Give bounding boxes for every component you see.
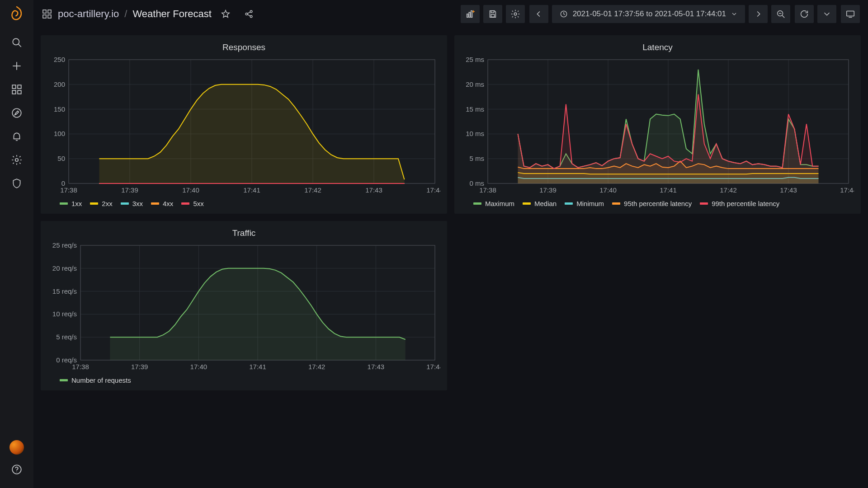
- legend-responses: 1xx2xx3xx4xx5xx: [47, 196, 441, 207]
- legend-label: Maximum: [485, 200, 514, 207]
- explore-icon[interactable]: [10, 107, 23, 119]
- page-title[interactable]: Weather Forecast: [132, 8, 211, 20]
- breadcrumb: poc-artillery.io / Weather Forecast: [42, 8, 212, 20]
- legend-item[interactable]: 5xx: [181, 200, 203, 207]
- svg-rect-25: [469, 12, 470, 17]
- panel-traffic[interactable]: Traffic 0 req/s5 req/s10 req/s15 req/s20…: [41, 221, 447, 390]
- svg-text:150: 150: [54, 105, 65, 113]
- panel-title: Traffic: [47, 225, 441, 242]
- chart-traffic[interactable]: 0 req/s5 req/s10 req/s15 req/s20 req/s25…: [47, 242, 440, 373]
- legend-swatch: [90, 202, 98, 205]
- legend-item[interactable]: Minimum: [565, 200, 604, 207]
- legend-swatch: [151, 202, 159, 205]
- svg-text:25 req/s: 25 req/s: [52, 242, 77, 249]
- panel-responses[interactable]: Responses 05010015020025017:3817:3917:40…: [41, 35, 447, 214]
- breadcrumb-folder[interactable]: poc-artillery.io: [58, 8, 119, 20]
- svg-text:17:41: 17:41: [249, 363, 266, 371]
- star-button[interactable]: [216, 5, 235, 23]
- svg-text:20 req/s: 20 req/s: [52, 264, 77, 272]
- svg-point-11: [15, 159, 19, 162]
- legend-item[interactable]: 95th percentile latency: [612, 200, 692, 207]
- svg-text:17:42: 17:42: [304, 186, 321, 194]
- legend-swatch: [121, 202, 129, 205]
- svg-text:20 ms: 20 ms: [466, 80, 484, 88]
- refresh-button[interactable]: [795, 5, 814, 23]
- dashboards-icon[interactable]: [42, 9, 52, 19]
- share-button[interactable]: [240, 5, 259, 23]
- svg-point-0: [13, 38, 19, 45]
- plus-icon[interactable]: [10, 60, 23, 72]
- legend-item[interactable]: Number of requests: [60, 376, 131, 384]
- zoom-out-button[interactable]: [771, 5, 790, 23]
- svg-rect-36: [847, 11, 854, 16]
- alerting-icon[interactable]: [10, 130, 23, 143]
- breadcrumb-separator: /: [124, 8, 127, 20]
- svg-rect-29: [491, 11, 494, 13]
- svg-text:250: 250: [54, 56, 65, 63]
- panel-title: Responses: [47, 40, 441, 56]
- time-forward-button[interactable]: [749, 5, 768, 23]
- svg-text:17:40: 17:40: [182, 186, 199, 194]
- svg-text:17:43: 17:43: [368, 363, 385, 371]
- gear-icon[interactable]: [10, 154, 23, 166]
- svg-rect-4: [12, 85, 16, 89]
- legend-label: 1xx: [71, 200, 82, 207]
- svg-text:17:44: 17:44: [426, 186, 440, 194]
- svg-text:17:39: 17:39: [131, 363, 148, 371]
- svg-line-23: [247, 14, 250, 16]
- svg-rect-26: [471, 11, 472, 18]
- time-range-label: 2021-05-01 17:37:56 to 2021-05-01 17:44:…: [573, 9, 726, 19]
- svg-marker-9: [15, 111, 19, 115]
- search-icon[interactable]: [10, 36, 23, 49]
- panel-latency[interactable]: Latency 0 ms5 ms10 ms15 ms20 ms25 ms17:3…: [454, 35, 861, 214]
- dashboard-grid: Responses 05010015020025017:3817:3917:40…: [33, 28, 868, 488]
- svg-text:10 req/s: 10 req/s: [52, 310, 77, 318]
- svg-text:17:44: 17:44: [426, 363, 440, 371]
- legend-swatch: [612, 202, 620, 205]
- user-avatar[interactable]: [9, 440, 24, 455]
- settings-button[interactable]: [506, 5, 525, 23]
- svg-text:15 ms: 15 ms: [466, 105, 484, 113]
- legend-item[interactable]: 4xx: [151, 200, 173, 207]
- chart-responses[interactable]: 05010015020025017:3817:3917:4017:4117:42…: [47, 56, 440, 196]
- svg-text:50: 50: [57, 155, 65, 162]
- add-panel-button[interactable]: [461, 5, 480, 23]
- svg-rect-16: [43, 15, 46, 18]
- dashboards-icon[interactable]: [10, 83, 23, 96]
- legend-swatch: [60, 202, 68, 205]
- chart-latency[interactable]: 0 ms5 ms10 ms15 ms20 ms25 ms17:3817:3917…: [461, 56, 854, 196]
- refresh-interval-button[interactable]: [817, 5, 836, 23]
- save-button[interactable]: [483, 5, 502, 23]
- legend-item[interactable]: 1xx: [60, 200, 82, 207]
- shield-icon[interactable]: [10, 177, 23, 190]
- svg-rect-15: [48, 10, 51, 13]
- legend-label: 4xx: [163, 200, 173, 207]
- svg-line-1: [19, 44, 21, 47]
- svg-rect-17: [48, 15, 51, 18]
- legend-item[interactable]: 99th percentile latency: [700, 200, 779, 207]
- legend-item[interactable]: Median: [523, 200, 557, 207]
- legend-swatch: [181, 202, 189, 205]
- tv-mode-button[interactable]: [841, 5, 860, 23]
- svg-text:17:39: 17:39: [121, 186, 138, 194]
- time-range-picker[interactable]: 2021-05-01 17:37:56 to 2021-05-01 17:44:…: [552, 5, 745, 23]
- svg-marker-18: [222, 10, 230, 18]
- svg-text:17:44: 17:44: [840, 186, 854, 194]
- panel-title: Latency: [461, 40, 854, 56]
- svg-line-22: [247, 12, 250, 14]
- svg-point-13: [16, 472, 17, 473]
- legend-item[interactable]: 3xx: [121, 200, 143, 207]
- legend-item[interactable]: 2xx: [90, 200, 112, 207]
- svg-text:17:38: 17:38: [60, 186, 77, 194]
- legend-item[interactable]: Maximum: [473, 200, 514, 207]
- time-back-button[interactable]: [529, 5, 548, 23]
- legend-label: Minimum: [576, 200, 604, 207]
- svg-text:17:41: 17:41: [243, 186, 260, 194]
- svg-rect-24: [467, 14, 468, 17]
- svg-text:15 req/s: 15 req/s: [52, 287, 77, 295]
- svg-text:17:41: 17:41: [660, 186, 677, 194]
- svg-text:5 req/s: 5 req/s: [56, 333, 77, 341]
- help-icon[interactable]: [11, 464, 23, 477]
- legend-label: 5xx: [193, 200, 203, 207]
- grafana-logo-icon[interactable]: [8, 5, 26, 23]
